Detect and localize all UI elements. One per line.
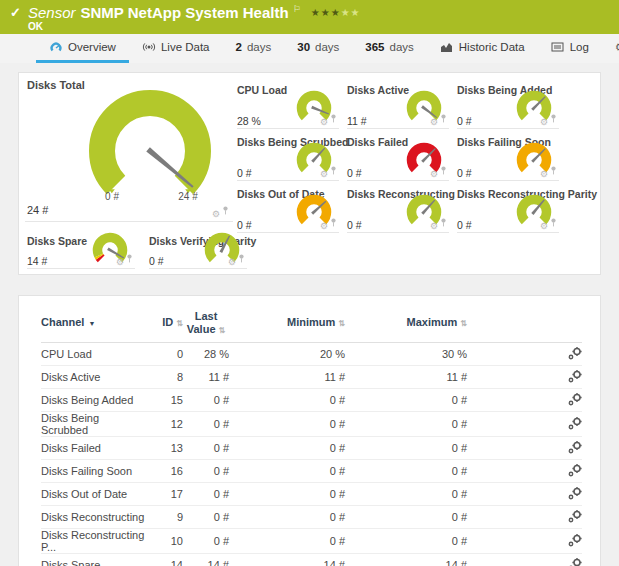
channel-name[interactable]: Disks Reconstructing P... xyxy=(41,529,149,554)
panel-separator xyxy=(347,180,449,181)
tab-365-days[interactable]: 365days xyxy=(352,34,426,63)
tab-log[interactable]: Log xyxy=(538,34,602,63)
gear-icon[interactable]: ⚙ xyxy=(228,258,236,267)
gauge-value: 11 # xyxy=(347,115,367,127)
pin-icon[interactable] xyxy=(330,161,337,179)
channel-name[interactable]: Disks Being Scrubbed xyxy=(41,412,149,437)
gear-icon[interactable]: ⚙ xyxy=(430,170,438,179)
panel-separator xyxy=(149,268,247,269)
channel-name[interactable]: CPU Load xyxy=(41,343,149,366)
gauge-value: 14 # xyxy=(27,255,47,267)
sensor-title-line: SensorSNMP NetApp System Health⚐★★★★★ xyxy=(28,4,361,21)
tab-historic-data[interactable]: Historic Data xyxy=(427,34,538,63)
sort-desc-icon: ▼ xyxy=(88,320,95,327)
channel-minimum: 0 # xyxy=(229,389,345,412)
gauge-panel-disks-failing-soon: Disks Failing Soon0 #⚙ xyxy=(455,133,561,181)
channel-actions-cell xyxy=(467,437,582,460)
channel-maximum: 0 # xyxy=(345,460,467,483)
channel-id: 12 xyxy=(149,412,183,437)
flag-icon[interactable]: ⚐ xyxy=(293,4,301,14)
channel-settings-button[interactable] xyxy=(568,487,582,502)
gear-icon[interactable]: ⚙ xyxy=(540,118,548,127)
channel-name[interactable]: Disks Failing Soon xyxy=(41,460,149,483)
channel-id: 15 xyxy=(149,389,183,412)
channel-name[interactable]: Disks Active xyxy=(41,366,149,389)
gauge-value: 0 # xyxy=(237,167,252,179)
channel-maximum: 0 # xyxy=(345,506,467,529)
table-row-disks-failing-soon: Disks Failing Soon160 #0 #0 # xyxy=(41,460,582,483)
channel-last-value: 11 # xyxy=(183,366,229,389)
table-row-disks-reconstructing-p: Disks Reconstructing P...100 #0 #0 # xyxy=(41,529,582,554)
channel-id: 13 xyxy=(149,437,183,460)
col-header-minimum[interactable]: Minimum⇅ xyxy=(229,304,345,343)
pin-icon[interactable] xyxy=(222,201,229,219)
gear-icon[interactable]: ⚙ xyxy=(320,170,328,179)
column-label: Maximum xyxy=(407,316,458,328)
pin-icon[interactable] xyxy=(330,109,337,127)
pin-icon[interactable] xyxy=(330,213,337,231)
channel-settings-button[interactable] xyxy=(568,393,582,408)
gear-icon[interactable]: ⚙ xyxy=(116,258,124,267)
gear-icon[interactable]: ⚙ xyxy=(320,222,328,231)
column-label: Channel xyxy=(41,316,84,328)
channel-name[interactable]: Disks Spare xyxy=(41,554,149,566)
pin-icon[interactable] xyxy=(126,249,133,267)
pin-icon[interactable] xyxy=(550,161,557,179)
pin-icon[interactable] xyxy=(238,249,245,267)
gauge-panel-disks-total: Disks Total0 #24 #24 #⚙ xyxy=(25,77,233,222)
channel-settings-button[interactable] xyxy=(568,464,582,479)
gauge-panel-disks-being-scrubbed: Disks Being Scrubbed0 #⚙ xyxy=(235,133,341,181)
pin-icon[interactable] xyxy=(440,213,447,231)
channel-maximum: 0 # xyxy=(345,389,467,412)
gauge-value: 0 # xyxy=(347,167,362,179)
col-header-id[interactable]: ID⇅ xyxy=(149,304,183,343)
panel-icons: ⚙ xyxy=(320,109,337,127)
priority-star-rating[interactable]: ★★★★★ xyxy=(311,7,361,18)
pin-icon[interactable] xyxy=(550,213,557,231)
tab-live-data[interactable]: Live Data xyxy=(129,34,223,63)
channel-minimum: 0 # xyxy=(229,483,345,506)
column-label: ID xyxy=(162,316,173,328)
channel-settings-button[interactable] xyxy=(568,441,582,456)
tab-overview[interactable]: Overview xyxy=(36,34,129,63)
channel-actions-cell xyxy=(467,506,582,529)
channel-settings-button[interactable] xyxy=(568,534,582,549)
channel-settings-button[interactable] xyxy=(568,417,582,432)
pin-icon[interactable] xyxy=(440,109,447,127)
gear-icon[interactable]: ⚙ xyxy=(540,170,548,179)
pin-icon[interactable] xyxy=(550,109,557,127)
channel-settings-button[interactable] xyxy=(568,558,582,566)
channel-maximum: 11 # xyxy=(345,366,467,389)
channel-name[interactable]: Disks Reconstructing xyxy=(41,506,149,529)
col-header-maximum[interactable]: Maximum⇅ xyxy=(345,304,467,343)
panel-icons: ⚙ xyxy=(212,201,229,219)
gauge-title: Disks Spare xyxy=(27,235,87,247)
channel-name[interactable]: Disks Being Added xyxy=(41,389,149,412)
channel-maximum: 0 # xyxy=(345,483,467,506)
gauge-value: 24 # xyxy=(27,204,48,216)
tab-30-days[interactable]: 30days xyxy=(284,34,352,63)
gear-icon[interactable]: ⚙ xyxy=(212,210,220,219)
channel-name[interactable]: Disks Out of Date xyxy=(41,483,149,506)
tab-settings[interactable]: ⚙Settings xyxy=(602,34,619,63)
col-header-channel[interactable]: Channel▼ xyxy=(41,304,149,343)
gear-icon[interactable]: ⚙ xyxy=(430,118,438,127)
channel-settings-button[interactable] xyxy=(568,347,582,362)
channel-settings-button[interactable] xyxy=(568,370,582,385)
live-icon xyxy=(142,41,156,53)
channel-actions-cell xyxy=(467,483,582,506)
sort-icon: ⇅ xyxy=(219,326,226,335)
channel-name[interactable]: Disks Failed xyxy=(41,437,149,460)
gear-icon[interactable]: ⚙ xyxy=(430,222,438,231)
gear-icon[interactable]: ⚙ xyxy=(320,118,328,127)
gauge-title: Disks Active xyxy=(347,84,409,96)
channel-id: 16 xyxy=(149,460,183,483)
col-header-last-value[interactable]: Last Value⇅ xyxy=(183,304,229,343)
gear-icon[interactable]: ⚙ xyxy=(540,222,548,231)
tab-2-days[interactable]: 2days xyxy=(223,34,285,63)
channel-settings-button[interactable] xyxy=(568,510,582,525)
channel-minimum: 14 # xyxy=(229,554,345,566)
pin-icon[interactable] xyxy=(440,161,447,179)
gauge-panel-disks-being-added: Disks Being Added0 #⚙ xyxy=(455,81,561,129)
channel-actions-cell xyxy=(467,389,582,412)
